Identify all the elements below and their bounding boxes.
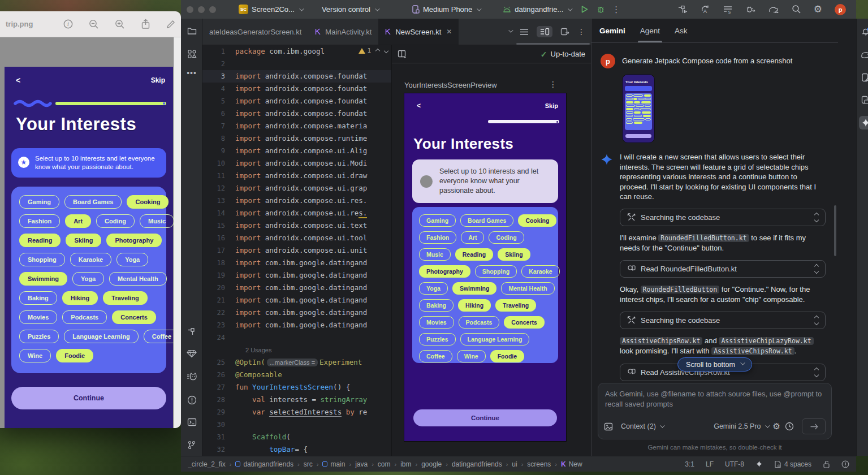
interest-chip-shopping[interactable]: Shopping	[19, 253, 65, 266]
expand-collapse-chevrons-icon[interactable]	[815, 213, 818, 222]
info-icon[interactable]: i	[63, 19, 73, 29]
interest-chip-baking[interactable]: Baking	[19, 291, 57, 305]
indent-widget[interactable]: 4 spaces	[774, 460, 811, 468]
attach-debugger-icon[interactable]	[745, 5, 755, 14]
code-line-27[interactable]: 27fun YourInterestsScreen() {	[202, 381, 391, 394]
interest-chip-fashion[interactable]: Fashion	[19, 214, 60, 228]
code-line-19[interactable]: 19import com.ibm.google.datingand	[202, 269, 391, 282]
search-everywhere-icon[interactable]	[792, 5, 801, 14]
maximize-window-button[interactable]	[209, 6, 216, 13]
tool-call-searching-the-codebase[interactable]: Searching the codebase	[620, 209, 826, 226]
preview-kebab-icon[interactable]: ⋮	[549, 80, 557, 89]
interest-chip-yoga[interactable]: Yoga	[72, 272, 104, 286]
gemini-chat[interactable]: pGenerate Jetpack Compose code from a sc…	[591, 44, 838, 382]
editor-list-icon[interactable]	[520, 28, 529, 36]
code-line-15[interactable]: 15import androidx.compose.ui.text	[202, 219, 391, 232]
tab-list-chevron-icon[interactable]	[508, 28, 513, 32]
interest-chip-wine[interactable]: Wine	[457, 350, 486, 362]
code-line-22[interactable]: 22import com.ibm.google.datingand	[202, 306, 391, 319]
interest-chip-hiking[interactable]: Hiking	[62, 291, 98, 305]
interest-chip-mental-health[interactable]: Mental Health	[109, 272, 167, 286]
device-manager-icon[interactable]	[857, 96, 868, 105]
code-line-8[interactable]: 8import androidx.compose.runtime	[202, 132, 391, 145]
close-window-button[interactable]	[187, 6, 193, 13]
interest-chip-yoga[interactable]: Yoga	[116, 253, 148, 266]
attach-image-icon[interactable]	[604, 422, 613, 431]
build-run-hammer-icon[interactable]	[677, 5, 688, 14]
interest-chip-hiking[interactable]: Hiking	[458, 299, 491, 312]
interest-chip-traveling[interactable]: Traveling	[103, 291, 147, 305]
breadcrumb-item-java[interactable]: java	[355, 460, 368, 468]
breadcrumb-item-_circle_2_fix[interactable]: _circle_2_fix	[188, 460, 226, 468]
code-line-23[interactable]: 23import com.ibm.google.datingand	[202, 319, 391, 331]
editor-tab-mainactivity.kt[interactable]: MainActivity.kt	[308, 19, 378, 45]
code-line-18[interactable]: 18import com.ibm.google.datingand	[202, 257, 391, 269]
caret-position[interactable]: 3:1	[685, 460, 694, 468]
more-tool-windows-icon[interactable]: •••	[181, 68, 202, 77]
interest-chip-music[interactable]: Music	[419, 248, 451, 261]
code-line-30[interactable]: 30	[202, 418, 391, 431]
editor-tab-newscreen.kt[interactable]: NewScreen.kt✕	[378, 19, 459, 45]
vcs-widget[interactable]: Version control	[322, 5, 378, 14]
minimize-window-button[interactable]	[198, 6, 205, 13]
interest-chip-swimming[interactable]: Swimming	[452, 282, 497, 295]
project-widget[interactable]: SC Screen2Co...	[239, 5, 303, 14]
interest-chip-reading[interactable]: Reading	[19, 234, 61, 247]
interest-chip-language-learning[interactable]: Language Learning	[64, 330, 138, 343]
breadcrumb-item-new[interactable]: KNew	[561, 460, 582, 468]
device-selector[interactable]: Medium Phone	[412, 5, 480, 14]
run-tasks-list-icon[interactable]: s	[723, 5, 733, 14]
breadcrumb-item-google[interactable]: google	[421, 460, 442, 468]
expand-collapse-chevrons-icon[interactable]	[815, 316, 818, 325]
running-devices-icon[interactable]	[857, 73, 868, 82]
inspection-status-icon[interactable]	[841, 460, 849, 468]
settings-gear-icon[interactable]: ⚙	[814, 3, 822, 15]
code-line-12[interactable]: 12import androidx.compose.ui.grap	[202, 182, 391, 195]
prev-issue-chevron-icon[interactable]	[375, 48, 380, 53]
terminal-icon[interactable]	[181, 418, 202, 426]
code-line-26[interactable]: 26@Composable	[202, 369, 391, 381]
tab-options-kebab-icon[interactable]: ⋮	[577, 27, 585, 36]
layout-grid-icon[interactable]	[398, 50, 407, 58]
interest-chip-coding[interactable]: Coding	[489, 231, 524, 244]
interest-chip-music[interactable]: Music	[140, 214, 174, 228]
interest-chip-board-games[interactable]: Board Games	[460, 214, 513, 227]
interest-chip-photography[interactable]: Photography	[419, 265, 470, 278]
interest-chip-shopping[interactable]: Shopping	[475, 265, 517, 278]
version-control-branch-icon[interactable]	[181, 441, 202, 450]
preview-titlebar[interactable]: trip.png i	[0, 11, 181, 37]
encoding[interactable]: UTF-8	[725, 460, 744, 468]
code-line-28[interactable]: 28 val interests = stringArray	[202, 394, 391, 406]
interest-chip-karaoke[interactable]: Karaoke	[70, 253, 111, 266]
gemini-prompt-input[interactable]: Ask Gemini, use @filename to attach sour…	[598, 383, 832, 439]
interest-chip-skiing[interactable]: Skiing	[66, 234, 101, 247]
interest-chip-coding[interactable]: Coding	[96, 214, 135, 228]
interest-chip-podcasts[interactable]: Podcasts	[459, 316, 500, 329]
interest-chip-puzzles[interactable]: Puzzles	[419, 333, 456, 346]
split-editor-preview-icon[interactable]	[537, 26, 552, 37]
interest-chip-mental-health[interactable]: Mental Health	[501, 282, 554, 295]
breadcrumb-item-src[interactable]: src	[304, 460, 313, 468]
history-clock-icon[interactable]	[785, 422, 794, 431]
interest-chip-karaoke[interactable]: Karaoke	[521, 265, 559, 278]
rerun-a-icon[interactable]: A	[700, 5, 710, 14]
interest-chip-cooking[interactable]: Cooking	[518, 214, 556, 227]
statusbar-sparkle-icon[interactable]	[755, 460, 763, 468]
compose-preview-phone[interactable]: < Skip Your Interests Select up to 10 in…	[404, 93, 566, 441]
interest-chip-fashion[interactable]: Fashion	[419, 231, 456, 244]
code-line-4[interactable]: 4import androidx.compose.foundat	[202, 83, 391, 95]
compose-preview-name[interactable]: YourInterestsScreenPreview	[404, 81, 497, 89]
interest-chip-gaming[interactable]: Gaming	[19, 195, 59, 209]
tool-call-searching-the-codebase[interactable]: Searching the codebase	[620, 312, 826, 329]
chat-scrollbar-thumb[interactable]	[834, 205, 836, 256]
interest-chip-traveling[interactable]: Traveling	[495, 299, 536, 312]
edit-pencil-icon[interactable]	[166, 20, 175, 29]
interest-chip-reading[interactable]: Reading	[455, 248, 493, 261]
breadcrumb[interactable]: _circle_2_fix›datingandfriends›src›main›…	[188, 460, 680, 468]
code-line-9[interactable]: 9import androidx.compose.ui.Alig	[202, 145, 391, 157]
run-config-selector[interactable]: datingandfrie...	[503, 5, 571, 14]
share-icon[interactable]	[141, 19, 150, 29]
code-line-14[interactable]: 14import androidx.compose.ui.res.	[202, 207, 391, 219]
logcat-cat-icon[interactable]	[181, 373, 202, 381]
zoom-in-icon[interactable]	[115, 19, 125, 29]
